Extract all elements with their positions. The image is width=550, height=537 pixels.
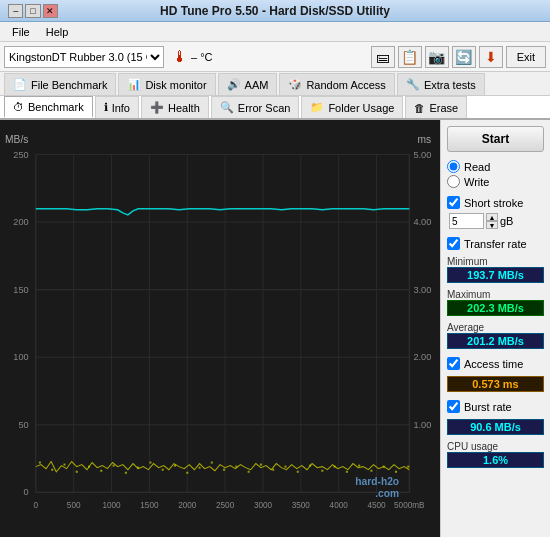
maximum-stat: Maximum 202.3 MB/s <box>447 289 544 316</box>
read-label: Read <box>464 161 490 173</box>
icon-btn-3[interactable]: 📷 <box>425 46 449 68</box>
extra-tests-icon: 🔧 <box>406 78 420 91</box>
chart-area: MB/s ms 250 200 150 100 50 0 5.00 4.00 3… <box>0 120 440 537</box>
burst-rate-checkbox[interactable] <box>447 400 460 413</box>
icon-btn-4[interactable]: 🔄 <box>452 46 476 68</box>
svg-rect-56 <box>211 462 213 464</box>
random-access-icon: 🎲 <box>288 78 302 91</box>
svg-text:1500: 1500 <box>140 501 159 510</box>
close-button[interactable]: ✕ <box>43 4 58 18</box>
svg-rect-59 <box>248 471 250 473</box>
tabs-row2: ⏱ Benchmark ℹ Info ➕ Health 🔍 Error Scan… <box>0 96 550 120</box>
svg-text:2500: 2500 <box>216 501 235 510</box>
spin-down-button[interactable]: ▼ <box>486 221 498 229</box>
icon-btn-1[interactable]: 🖴 <box>371 46 395 68</box>
short-stroke-checkbox[interactable] <box>447 196 460 209</box>
erase-icon: 🗑 <box>414 102 425 114</box>
svg-text:0: 0 <box>34 501 39 510</box>
menu-help[interactable]: Help <box>38 24 77 40</box>
svg-rect-53 <box>174 465 176 467</box>
transfer-rate-checkbox[interactable] <box>447 237 460 250</box>
icon-btn-2[interactable]: 📋 <box>398 46 422 68</box>
svg-text:250: 250 <box>13 150 28 160</box>
tab-info[interactable]: ℹ Info <box>95 96 139 118</box>
main-content: MB/s ms 250 200 150 100 50 0 5.00 4.00 3… <box>0 120 550 537</box>
access-time-checkbox[interactable] <box>447 357 460 370</box>
drive-selector[interactable]: KingstonDT Rubber 3.0 (15 GB) <box>4 46 164 68</box>
icon-btn-5[interactable]: ⬇ <box>479 46 503 68</box>
maximize-button[interactable]: □ <box>25 4 40 18</box>
svg-rect-49 <box>125 472 127 474</box>
access-time-label: Access time <box>464 358 523 370</box>
cpu-stat: CPU usage 1.6% <box>447 441 544 468</box>
toolbar: KingstonDT Rubber 3.0 (15 GB) 🌡 – °C 🖴 📋… <box>0 42 550 72</box>
tab-disk-monitor[interactable]: 📊 Disk monitor <box>118 73 215 95</box>
svg-rect-72 <box>407 466 409 468</box>
exit-button[interactable]: Exit <box>506 46 546 68</box>
svg-text:1000: 1000 <box>102 501 121 510</box>
burst-rate-label: Burst rate <box>464 401 512 413</box>
burst-rate-checkbox-item: Burst rate <box>447 400 544 413</box>
tab-random-access[interactable]: 🎲 Random Access <box>279 73 394 95</box>
start-button[interactable]: Start <box>447 126 544 152</box>
svg-text:0: 0 <box>24 487 29 497</box>
svg-rect-44 <box>63 464 65 466</box>
tab-aam[interactable]: 🔊 AAM <box>218 73 278 95</box>
maximum-value: 202.3 MB/s <box>447 300 544 316</box>
write-radio[interactable] <box>447 175 460 188</box>
read-radio[interactable] <box>447 160 460 173</box>
access-time-checkbox-item: Access time <box>447 357 544 370</box>
svg-text:5000mB: 5000mB <box>394 501 425 510</box>
svg-text:ms: ms <box>417 134 431 145</box>
average-label: Average <box>447 322 544 333</box>
svg-rect-48 <box>113 465 115 467</box>
read-radio-item[interactable]: Read <box>447 160 544 173</box>
svg-text:MB/s: MB/s <box>5 134 28 145</box>
menu-file[interactable]: File <box>4 24 38 40</box>
svg-rect-68 <box>358 465 360 467</box>
svg-rect-63 <box>297 471 299 473</box>
svg-text:100: 100 <box>13 352 28 362</box>
svg-text:4.00: 4.00 <box>413 217 431 227</box>
spin-buttons: ▲ ▼ <box>486 213 498 229</box>
tab-extra-tests[interactable]: 🔧 Extra tests <box>397 73 485 95</box>
cpu-label: CPU usage <box>447 441 544 452</box>
svg-text:150: 150 <box>13 285 28 295</box>
svg-rect-62 <box>284 466 286 468</box>
svg-text:5.00: 5.00 <box>413 150 431 160</box>
gb-value-input[interactable] <box>449 213 484 229</box>
gb-label: gB <box>500 215 513 227</box>
window-title: HD Tune Pro 5.50 - Hard Disk/SSD Utility <box>58 4 492 18</box>
tab-folder-usage[interactable]: 📁 Folder Usage <box>301 96 403 118</box>
short-stroke-item: Short stroke <box>447 196 544 209</box>
minimum-label: Minimum <box>447 256 544 267</box>
tab-benchmark[interactable]: ⏱ Benchmark <box>4 96 93 118</box>
tab-erase[interactable]: 🗑 Erase <box>405 96 467 118</box>
svg-rect-57 <box>223 469 225 471</box>
svg-rect-46 <box>88 466 90 468</box>
tab-file-benchmark[interactable]: 📄 File Benchmark <box>4 73 116 95</box>
cpu-value: 1.6% <box>447 452 544 468</box>
average-stat: Average 201.2 MB/s <box>447 322 544 349</box>
temp-value: – °C <box>191 51 213 63</box>
write-radio-item[interactable]: Write <box>447 175 544 188</box>
toolbar-icons: 🖴 📋 📷 🔄 ⬇ Exit <box>371 46 546 68</box>
svg-rect-66 <box>334 466 336 468</box>
tabs-row1: 📄 File Benchmark 📊 Disk monitor 🔊 AAM 🎲 … <box>0 72 550 96</box>
svg-rect-71 <box>395 471 397 473</box>
minimum-stat: Minimum 193.7 MB/s <box>447 256 544 283</box>
average-value: 201.2 MB/s <box>447 333 544 349</box>
spin-up-button[interactable]: ▲ <box>486 213 498 221</box>
file-benchmark-icon: 📄 <box>13 78 27 91</box>
svg-rect-67 <box>346 471 348 473</box>
titlebar: – □ ✕ HD Tune Pro 5.50 - Hard Disk/SSD U… <box>0 0 550 22</box>
svg-rect-52 <box>162 469 164 471</box>
svg-rect-43 <box>51 469 53 471</box>
tab-error-scan[interactable]: 🔍 Error Scan <box>211 96 300 118</box>
tab-health[interactable]: ➕ Health <box>141 96 209 118</box>
disk-monitor-icon: 📊 <box>127 78 141 91</box>
minimize-button[interactable]: – <box>8 4 23 18</box>
right-panel: Start Read Write Short stroke ▲ ▼ gB <box>440 120 550 537</box>
transfer-rate-item: Transfer rate <box>447 237 544 250</box>
transfer-rate-label: Transfer rate <box>464 238 527 250</box>
